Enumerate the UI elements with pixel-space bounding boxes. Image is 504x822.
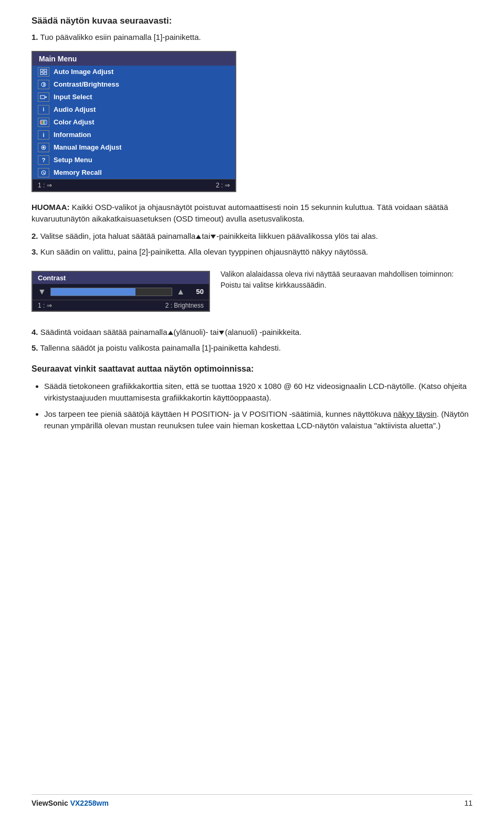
menu-item-memory-recall: Memory Recall (33, 166, 235, 179)
svg-point-14 (41, 171, 46, 175)
memory-recall-label: Memory Recall (54, 168, 102, 176)
contrast-bottom-left: 1 : ⇒ (38, 302, 52, 309)
seuraavat-item-2: Jos tarpeen tee pieniä säätöjä käyttäen … (44, 408, 472, 432)
contrast-value: 50 (189, 288, 204, 296)
input-select-label: Input Select (54, 93, 92, 101)
audio-adjust-label: Audio Adjust (54, 106, 96, 113)
huomaa-label: HUOMAA: (32, 203, 70, 212)
step-5: 5. Tallenna säädöt ja poistu valikosta p… (32, 342, 472, 354)
menu-item-input-select: Input Select (33, 91, 235, 103)
contrast-body: ▼ ▲ 50 (33, 284, 209, 300)
huomaa-text: Kaikki OSD-valikot ja ohjausnäytöt poist… (32, 203, 448, 224)
svg-rect-5 (40, 96, 45, 99)
footer-brand: ViewSonic VX2258wm (32, 799, 109, 807)
svg-rect-9 (41, 121, 43, 124)
menu-item-contrast-brightness: Contrast/Brightness (33, 78, 235, 91)
seuraavat-item-2-text-before: Jos tarpeen tee pieniä säätöjä käyttäen … (44, 409, 469, 430)
seuraavat-item-1: Säädä tietokoneen grafiikkakorttia siten… (44, 381, 472, 404)
huomaa-paragraph: HUOMAA: Kaikki OSD-valikot ja ohjausnäyt… (32, 202, 472, 225)
contrast-area: Contrast ▼ ▲ 50 1 : ⇒ 2 : Brightness Val… (32, 266, 472, 317)
manual-image-adjust-label: Manual Image Adjust (54, 143, 122, 151)
step-3: 3. Kun säädin on valittu, paina [2]-pain… (32, 246, 472, 258)
step-4-number: 4. (32, 328, 38, 336)
contrast-bar-fill (51, 288, 135, 296)
step-4-text: Säädintä voidaan säätää painamalla(ylänu… (40, 328, 302, 336)
setup-menu-icon: ? (38, 155, 49, 165)
svg-marker-7 (46, 96, 47, 98)
svg-point-13 (43, 146, 45, 149)
seuraavat-list: Säädä tietokoneen grafiikkakorttia siten… (44, 381, 472, 432)
color-adjust-icon (38, 118, 49, 127)
step-1-number: 1. (32, 33, 38, 41)
step-2: 2. Valitse säädin, jota haluat säätää pa… (32, 230, 472, 243)
memory-recall-icon (38, 168, 49, 177)
svg-rect-3 (44, 72, 47, 75)
menu-title: Main Menu (33, 52, 235, 66)
audio-adjust-icon: i (38, 105, 49, 114)
step-4: 4. Säädintä voidaan säätää painamalla(yl… (32, 326, 472, 339)
menu-item-setup-menu: ? Setup Menu (33, 154, 235, 166)
menu-bottom-right: 2 : ⇒ (216, 182, 230, 189)
svg-rect-11 (45, 121, 47, 124)
auto-image-adjust-icon (38, 67, 49, 77)
contrast-title: Contrast (33, 272, 209, 284)
auto-image-adjust-label: Auto Image Adjust (54, 68, 113, 76)
menu-bottom-bar: 1 : ⇒ 2 : ⇒ (33, 179, 235, 191)
color-adjust-label: Color Adjust (54, 118, 94, 126)
svg-rect-1 (44, 69, 47, 71)
contrast-caption: Valikon alalaidassa oleva rivi näyttää s… (220, 266, 472, 291)
contrast-bottom-bar: 1 : ⇒ 2 : Brightness (33, 300, 209, 311)
seuraavat-heading: Seuraavat vinkit saattavat auttaa näytön… (32, 363, 472, 375)
menu-item-information: i Information (33, 129, 235, 141)
contrast-bar (50, 288, 172, 296)
step-2-text: Valitse säädin, jota haluat säätää paina… (40, 231, 378, 240)
footer-model: VX2258wm (70, 799, 109, 807)
menu-bottom-left: 1 : ⇒ (38, 182, 52, 189)
svg-rect-10 (43, 121, 45, 124)
svg-rect-2 (40, 72, 43, 75)
information-label: Information (54, 131, 91, 139)
contrast-right-arrow-icon: ▲ (176, 287, 185, 297)
contrast-left-arrow-icon: ▼ (38, 287, 46, 297)
page-footer: ViewSonic VX2258wm 11 (32, 794, 472, 807)
page-title: Säädä näytön kuvaa seuraavasti: (32, 16, 472, 26)
seuraavat-underline: näkyy täysin (393, 409, 437, 418)
step-3-text: Kun säädin on valittu, paina [2]-painike… (40, 247, 369, 256)
menu-item-color-adjust: Color Adjust (33, 116, 235, 129)
manual-image-adjust-icon (38, 143, 49, 152)
contrast-screenshot: Contrast ▼ ▲ 50 1 : ⇒ 2 : Brightness (32, 271, 210, 312)
step-5-text: Tallenna säädöt ja poistu valikosta pain… (40, 343, 281, 352)
contrast-bottom-right: 2 : Brightness (165, 302, 204, 309)
contrast-brightness-label: Contrast/Brightness (54, 80, 119, 88)
contrast-brightness-icon (38, 80, 49, 89)
step-1: 1. Tuo päävalikko esiin painamalla [1]-p… (32, 31, 472, 44)
menu-item-auto-image-adjust: Auto Image Adjust (33, 66, 235, 78)
page-content: Säädä näytön kuvaa seuraavasti: 1. Tuo p… (32, 16, 472, 432)
step-1-text: Tuo päävalikko esiin painamalla [1]-pain… (40, 33, 201, 41)
step-5-number: 5. (32, 343, 38, 352)
footer-page-number: 11 (464, 799, 472, 807)
main-menu-screenshot: Main Menu Auto Image Adjust Contrast/Bri… (32, 51, 236, 192)
menu-item-manual-image-adjust: Manual Image Adjust (33, 141, 235, 154)
brand-name: ViewSonic (32, 799, 68, 807)
seuraavat-item-1-text: Säädä tietokoneen grafiikkakorttia siten… (44, 382, 467, 403)
input-select-icon (38, 92, 49, 102)
step-3-number: 3. (32, 247, 38, 256)
information-icon: i (38, 130, 49, 140)
setup-menu-label: Setup Menu (54, 156, 92, 164)
menu-item-audio-adjust: i Audio Adjust (33, 103, 235, 116)
svg-rect-0 (40, 69, 43, 71)
step-2-number: 2. (32, 231, 38, 240)
